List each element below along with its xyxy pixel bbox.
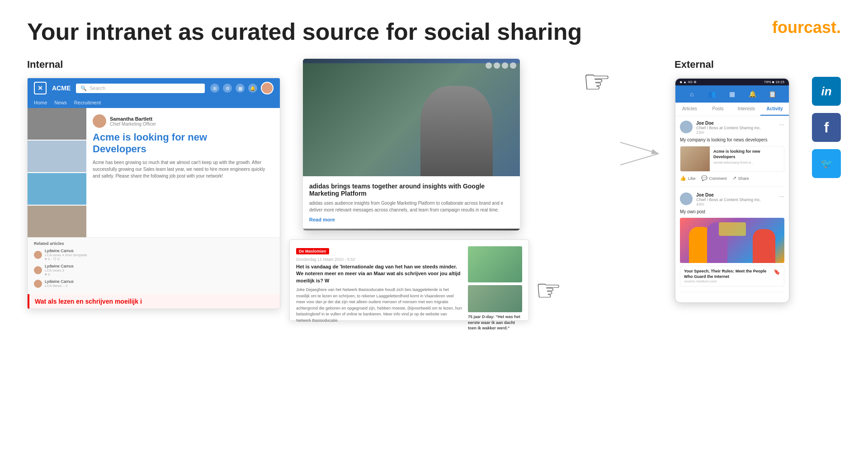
post-action-share-1[interactable]: ↗ Share bbox=[732, 175, 749, 181]
post-actions-1: 👍 Like 💬 Comment ↗ Share bbox=[680, 175, 784, 181]
post-action-comment-1[interactable]: 💬 Comment bbox=[701, 175, 727, 181]
phone-nav-bell[interactable]: 🔔 bbox=[747, 89, 757, 99]
twitter-icon-box[interactable]: 🐦 bbox=[812, 149, 841, 178]
blog-date: Donderdag 11 Maart 2010 - 5:52 bbox=[296, 257, 462, 262]
sections-row: Internal ✕ ACME 🔍 Search ⊞ ⚙ ▦ 🔔 bbox=[27, 59, 841, 321]
post-dots-2[interactable]: ··· bbox=[779, 192, 784, 200]
post-name-1: Joe Doe bbox=[696, 121, 775, 126]
shared-link-text: Acme is looking for new Developers socia… bbox=[710, 146, 784, 171]
post-header-2: Joe Doe Chief / Boss at Content Sharing … bbox=[680, 192, 784, 206]
subnav-home[interactable]: Home bbox=[34, 100, 47, 105]
dot-btn-2 bbox=[494, 62, 500, 69]
post-role-2: Chief / Boss at Content Sharing Inc. bbox=[696, 197, 775, 202]
acme-subnav: Home News Recruitment bbox=[28, 98, 280, 108]
phone-nav-grid[interactable]: ▦ bbox=[727, 89, 737, 99]
post-action-like-1[interactable]: 👍 Like bbox=[680, 175, 696, 181]
search-icon: 🔍 bbox=[80, 85, 87, 91]
blog-image-1 bbox=[468, 246, 522, 282]
post-card-2: Joe Doe Chief / Boss at Content Sharing … bbox=[680, 192, 784, 292]
blog-left: De Maslomien Donderdag 11 Maart 2010 - 5… bbox=[296, 246, 462, 314]
phone-nav-briefcase[interactable]: 📋 bbox=[768, 89, 778, 99]
article-image-2 bbox=[28, 141, 86, 172]
athlete-title: adidas brings teams together around insi… bbox=[309, 183, 514, 197]
blog-right: 75 jaar D-day: "Het was het eerste waar … bbox=[468, 246, 522, 314]
related-label: Related articles bbox=[34, 241, 274, 246]
comment-icon-1: 💬 bbox=[701, 175, 708, 181]
post-info-1: Joe Doe Chief / Boss at Content Sharing … bbox=[696, 121, 775, 135]
shared-link-image bbox=[680, 146, 710, 171]
shared-link-title: Acme is looking for new Developers bbox=[713, 149, 780, 160]
phone-nav-people[interactable]: 👥 bbox=[707, 89, 717, 99]
acme-search-bar[interactable]: 🔍 Search bbox=[76, 84, 205, 93]
nav-icon-apps[interactable]: ⊞ bbox=[210, 84, 219, 93]
nav-icon-settings[interactable]: ⚙ bbox=[223, 84, 232, 93]
blog-title: Het is vandaag de 'Internationale dag va… bbox=[296, 263, 462, 284]
related-item-2: Lydwine Camus LCA news 3 ♥ 0 bbox=[34, 264, 274, 277]
post-link-domain: onzero.medium.com bbox=[684, 279, 771, 283]
related-title-3: LCA News – 2 bbox=[45, 284, 74, 288]
related-title-1: LCA news 4 from template bbox=[45, 253, 87, 257]
author-name: Samantha Bartlett bbox=[110, 116, 156, 122]
nav-icon-grid[interactable]: ▦ bbox=[236, 84, 245, 93]
article-body: Acme has been growing so much that we al… bbox=[93, 159, 274, 179]
article-images-col bbox=[28, 108, 86, 237]
related-text-1: Lydwine Camus LCA news 4 from template ♥… bbox=[45, 249, 87, 261]
read-more-link[interactable]: Read more bbox=[309, 217, 514, 222]
related-author-3: Lydwine Camus bbox=[45, 279, 74, 284]
share-icon-1: ↗ bbox=[732, 175, 736, 181]
athlete-card: adidas brings teams together around insi… bbox=[303, 59, 520, 230]
dot-btn-3 bbox=[502, 62, 508, 69]
post-avatar-2 bbox=[680, 192, 693, 205]
blog-image-2 bbox=[468, 285, 522, 312]
bookmark-icon[interactable]: 🔖 bbox=[774, 269, 780, 275]
logo: fourcast. bbox=[772, 18, 841, 37]
arrow-wrapper bbox=[616, 140, 675, 167]
blog-body: Joke Dejaeghere van het Netwerk Basisodu… bbox=[296, 287, 462, 324]
tab-activity[interactable]: Activity bbox=[760, 103, 789, 116]
post-card-1: Joe Doe Chief / Boss at Content Sharing … bbox=[680, 121, 784, 187]
article-content: Samantha Bartlett Chief Marketing Office… bbox=[86, 108, 280, 237]
athlete-card-content: adidas brings teams together around insi… bbox=[303, 176, 520, 229]
related-text-3: Lydwine Camus LCA News – 2 bbox=[45, 279, 74, 288]
facebook-icon-box[interactable]: f bbox=[812, 113, 841, 142]
related-articles: Related articles Lydwine Camus LCA news … bbox=[28, 237, 280, 294]
shared-link-row: Acme is looking for new Developers socia… bbox=[680, 146, 784, 171]
post-name-2: Joe Doe bbox=[696, 192, 775, 197]
shared-link-card-1: Acme is looking for new Developers socia… bbox=[680, 146, 784, 172]
subnav-news[interactable]: News bbox=[54, 100, 67, 105]
phone-status-bar: ■ ▲ 4G ⊕ 79% ■ 19:15 bbox=[675, 79, 789, 85]
phone-nav-home[interactable]: ⌂ bbox=[687, 89, 697, 99]
related-avatar-2 bbox=[34, 266, 42, 274]
like-label-1: Like bbox=[688, 176, 696, 181]
subnav-recruitment[interactable]: Recruitment bbox=[74, 100, 101, 105]
tab-articles[interactable]: Articles bbox=[675, 103, 704, 116]
related-title-2: LCA news 3 bbox=[45, 268, 74, 272]
nav-icon-bell[interactable]: 🔔 bbox=[248, 84, 257, 93]
post-link-card: Your Speech, Their Rules: Meet the Peopl… bbox=[680, 266, 784, 286]
share-label-1: Share bbox=[738, 176, 749, 181]
article-image-1 bbox=[28, 108, 86, 140]
related-item-3: Lydwine Camus LCA News – 2 bbox=[34, 279, 274, 288]
blog-tag: De Maslomien bbox=[296, 248, 329, 254]
tab-interests[interactable]: Interests bbox=[732, 103, 761, 116]
hand-cursor-bottom: ☞ bbox=[535, 273, 561, 307]
search-placeholder: Search bbox=[90, 85, 105, 91]
hand-cursor-top: ☞ bbox=[583, 63, 611, 100]
article-title-line1: Acme is looking for new bbox=[93, 131, 207, 143]
linkedin-icon-box[interactable]: in bbox=[812, 77, 841, 106]
post-time-1: 23m bbox=[696, 130, 775, 135]
acme-nav-icons: ⊞ ⚙ ▦ 🔔 bbox=[210, 82, 274, 94]
overlay-stack: ☞ adidas br bbox=[289, 59, 616, 321]
article-area: Samantha Bartlett Chief Marketing Office… bbox=[28, 108, 280, 237]
internal-section: Internal ✕ ACME 🔍 Search ⊞ ⚙ ▦ 🔔 bbox=[27, 59, 298, 309]
athlete-desc: adidas uses audience insights from Googl… bbox=[309, 200, 514, 213]
post-dots-1[interactable]: ··· bbox=[779, 121, 784, 128]
phone-content: Joe Doe Chief / Boss at Content Sharing … bbox=[675, 116, 789, 302]
article-image-3 bbox=[28, 173, 86, 205]
phone-navbar: ⌂ 👥 ▦ 🔔 📋 bbox=[675, 85, 789, 103]
acme-navbar: ✕ ACME 🔍 Search ⊞ ⚙ ▦ 🔔 bbox=[28, 78, 280, 98]
phone-tabs: Articles Posts Interests Activity bbox=[675, 103, 789, 116]
external-label: External bbox=[675, 59, 801, 70]
tab-posts[interactable]: Posts bbox=[704, 103, 732, 116]
post-role-1: Chief / Boss at Content Sharing Inc. bbox=[696, 126, 775, 130]
